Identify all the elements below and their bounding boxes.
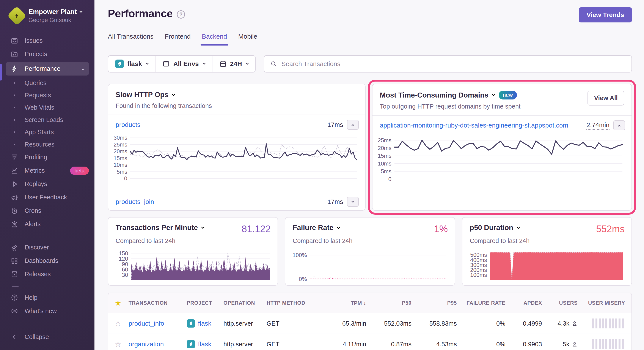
sidebar-item-label: Projects (24, 51, 47, 58)
domains-card-title[interactable]: Most Time-Consuming Domains (380, 91, 488, 99)
flask-project-icon (187, 319, 195, 327)
user-icon (572, 320, 578, 326)
sidebar-item-releases[interactable]: Releases (0, 268, 94, 281)
col-users[interactable]: Users (559, 300, 578, 306)
chevron-down-icon (337, 225, 340, 229)
col-user-misery[interactable]: User Misery (588, 300, 625, 306)
col-failure-rate[interactable]: Failure Rate (466, 300, 505, 306)
sidebar-item-requests[interactable]: Requests (0, 89, 94, 101)
tab-mobile[interactable]: Mobile (238, 33, 257, 45)
expand-row-button[interactable] (347, 197, 359, 207)
sidebar-item-whats-new[interactable]: What's new (0, 304, 94, 318)
lightning-logo-icon (13, 12, 20, 20)
svg-text:0%: 0% (299, 276, 307, 282)
transaction-row-products: products 17ms (108, 115, 365, 133)
siren-icon (10, 220, 18, 228)
sidebar-item-screen-loads[interactable]: Screen Loads (0, 114, 94, 126)
bullet-icon (10, 119, 18, 121)
sidebar-item-profiling[interactable]: Profiling (0, 151, 94, 164)
domain-time-spent[interactable]: 2.74min (586, 121, 610, 130)
products-join-link[interactable]: products_join (116, 198, 154, 205)
sidebar-item-label: Queries (24, 79, 46, 87)
tab-bar: All Transactions Frontend Backend Mobile (108, 33, 632, 45)
failure-cell: 0% (496, 341, 505, 348)
products-join-duration: 17ms (328, 198, 343, 205)
col-p50[interactable]: P50 (402, 300, 412, 306)
tab-backend[interactable]: Backend (202, 33, 227, 45)
org-switcher[interactable]: Empower Plant George Gritsouk (0, 8, 94, 24)
p50-duration-subtitle: Compared to last 24h (468, 237, 624, 244)
tpm-title[interactable]: Transactions Per Minute (116, 224, 198, 232)
failure-rate-title[interactable]: Failure Rate (293, 224, 334, 232)
project-cell[interactable]: flask (187, 319, 224, 327)
products-link[interactable]: products (116, 121, 140, 128)
sidebar-collapse[interactable]: Collapse (0, 330, 94, 343)
sidebar-item-crons[interactable]: Crons (0, 204, 94, 217)
col-http-method[interactable]: HTTP Method (266, 300, 316, 306)
col-apdex[interactable]: Apdex (524, 300, 542, 306)
failure-cell: 0% (496, 320, 505, 327)
sidebar-nav: IssuesProjectsPerformanceQueriesRequests… (0, 34, 94, 281)
sidebar-item-user-feedback[interactable]: User Feedback (0, 191, 94, 204)
sidebar-item-label: Performance (24, 65, 60, 72)
tpm-card: Transactions Per Minute 81.122 Compared … (108, 217, 278, 286)
collapse-row-button[interactable] (347, 120, 359, 130)
transaction-link[interactable]: product_info (128, 320, 187, 327)
slow-http-ops-title[interactable]: Slow HTTP Ops (116, 91, 168, 99)
domain-link[interactable]: application-monitoring-ruby-dot-sales-en… (380, 122, 568, 129)
apdex-cell: 0.9903 (523, 341, 542, 348)
sidebar-item-issues[interactable]: Issues (0, 34, 94, 48)
table-row: ☆ product_info flask http.server GET 65.… (108, 313, 632, 334)
p50-duration-title[interactable]: p50 Duration (470, 224, 513, 232)
tpm-subtitle: Compared to last 24h (114, 237, 271, 244)
collapse-row-button[interactable] (613, 120, 625, 130)
sidebar-item-label: Screen Loads (24, 116, 63, 123)
help-icon (10, 293, 18, 302)
flask-project-icon (187, 340, 195, 348)
p95-cell: 4.53ms (436, 341, 457, 348)
star-outline-icon[interactable]: ☆ (115, 319, 128, 328)
sidebar-item-web-vitals[interactable]: Web Vitals (0, 101, 94, 114)
star-outline-icon[interactable]: ☆ (115, 340, 128, 348)
sidebar-item-queries[interactable]: Queries (0, 77, 94, 89)
sidebar-item-discover[interactable]: Discover (0, 241, 94, 254)
chevron-down-icon (203, 62, 206, 65)
failure-rate-chart: 100%0% (291, 250, 448, 282)
svg-text:5ms: 5ms (117, 169, 127, 175)
view-all-button[interactable]: View All (588, 91, 624, 106)
environment-filter[interactable]: All Envs (155, 56, 212, 72)
sidebar-item-resources[interactable]: Resources (0, 138, 94, 151)
col-operation[interactable]: Operation (224, 300, 266, 306)
sidebar-item-help[interactable]: Help (0, 291, 94, 304)
project-cell[interactable]: flask (187, 340, 224, 348)
col-tpm-sorted[interactable]: TPM↓ (351, 300, 366, 306)
sidebar-item-replays[interactable]: Replays (0, 177, 94, 191)
chevron-down-icon (246, 62, 249, 65)
svg-text:100%: 100% (293, 252, 307, 258)
search-input[interactable] (282, 60, 626, 68)
sidebar-item-app-starts[interactable]: App Starts (0, 126, 94, 138)
star-filled-icon[interactable]: ★ (115, 299, 128, 307)
flask-project-icon (115, 60, 124, 68)
sidebar-item-alerts[interactable]: Alerts (0, 217, 94, 231)
sidebar-item-label: Profiling (24, 154, 47, 161)
svg-text:5ms: 5ms (381, 168, 392, 175)
view-trends-button[interactable]: View Trends (579, 7, 632, 23)
sidebar-item-performance[interactable]: Performance (6, 62, 89, 76)
tab-frontend[interactable]: Frontend (165, 33, 191, 45)
tab-all-transactions[interactable]: All Transactions (108, 33, 154, 45)
sidebar-item-dashboards[interactable]: Dashboards (0, 254, 94, 268)
apdex-cell: 0.4999 (523, 320, 542, 327)
col-project[interactable]: Project (187, 300, 224, 306)
col-p95[interactable]: P95 (447, 300, 457, 306)
transaction-link[interactable]: organization (128, 340, 187, 348)
project-filter[interactable]: flask (108, 56, 155, 72)
search-transactions[interactable] (264, 55, 632, 73)
col-transaction[interactable]: Transaction (128, 300, 187, 306)
clock-icon (10, 207, 18, 215)
sidebar-item-metrics[interactable]: Metricsbeta (0, 164, 94, 177)
help-icon[interactable]: ? (177, 10, 185, 19)
date-range-filter[interactable]: 24H (212, 56, 255, 72)
sidebar-item-projects[interactable]: Projects (0, 48, 94, 61)
chevron-down-icon (172, 92, 175, 96)
